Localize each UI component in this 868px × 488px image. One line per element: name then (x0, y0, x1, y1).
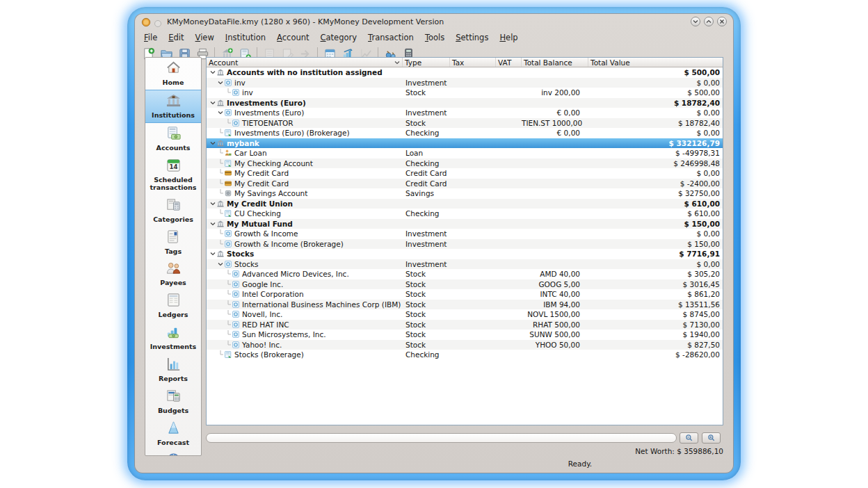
account-row-international-business-machines-corp-ibm[interactable]: International Business Machines Corp (IB… (207, 300, 723, 310)
account-row-tietoenator[interactable]: TIETOENATORStockTIEN.ST 1000,00$ 18782,4… (207, 118, 723, 129)
account-cell: Investments (Euro) (207, 99, 403, 107)
menu-settings[interactable]: Settings (450, 31, 494, 44)
tree-expander-icon[interactable] (217, 80, 224, 86)
sidebar-item-categories[interactable]: Categories (145, 195, 201, 227)
account-row-investments-euro-brokerage[interactable]: Investments (Euro) (Brokerage)Checking€ … (207, 128, 723, 138)
bank-account-icon (216, 250, 225, 258)
account-row-intel-corporation[interactable]: Intel CorporationStockINTC 40,00$ 861,20 (207, 289, 723, 300)
total-value-cell: $ 0,00 (588, 108, 723, 117)
account-row-my-credit-union[interactable]: My Credit Union$ 610,00 (207, 199, 723, 209)
account-row-cu-checking[interactable]: CU CheckingChecking$ 610,00 (207, 209, 723, 219)
tree-branch-line (225, 310, 232, 318)
sidebar-item-payees[interactable]: Payees (145, 258, 201, 290)
account-row-yahoo-inc[interactable]: Yahoo! Inc.StockYHOO 50,00$ 827,50 (207, 340, 723, 350)
column-header-type[interactable]: Type (403, 58, 450, 67)
tree-expander-icon[interactable] (209, 201, 216, 206)
column-header-tax[interactable]: Tax (450, 58, 496, 67)
forecast-icon (166, 420, 182, 439)
checking-account-icon (224, 350, 232, 359)
payees-icon (166, 260, 182, 279)
menu-file[interactable]: File (138, 31, 163, 44)
menu-edit[interactable]: Edit (163, 31, 189, 44)
account-row-sun-microsystems-inc[interactable]: Sun Microsystems, Inc.StockSUNW 500,00$ … (207, 330, 723, 340)
sidebar-item-home[interactable]: Home (145, 58, 201, 90)
reports-icon (166, 356, 182, 375)
savings-account-icon (224, 189, 232, 197)
bank-account-icon (216, 68, 225, 76)
sidebar-item-label: Ledgers (159, 311, 188, 319)
account-row-mybank[interactable]: mybank$ 332126,79 (207, 138, 723, 149)
account-row-my-credit-card[interactable]: My Credit CardCredit Card$ 0,00 (207, 168, 723, 179)
menu-institution[interactable]: Institution (220, 31, 271, 44)
column-header-account[interactable]: Account (207, 58, 403, 67)
total-value-cell: $ 0,00 (588, 129, 723, 137)
account-row-investments-euro[interactable]: Investments (Euro)$ 18782,40 (207, 98, 723, 108)
account-row-stocks[interactable]: StocksInvestment$ 0,00 (207, 259, 723, 270)
account-row-inv[interactable]: invInvestment$ 0,00 (207, 78, 723, 88)
account-row-my-mutual-fund[interactable]: My Mutual Fund$ 150,00 (207, 219, 723, 229)
sidebar-item-accounts[interactable]: Accounts (145, 123, 201, 155)
account-row-car-loan[interactable]: Car LoanLoan$ -49978,31 (207, 148, 723, 158)
close-button[interactable] (717, 17, 727, 26)
sidebar-item-institutions[interactable]: Institutions (145, 90, 201, 123)
sidebar-item-investments[interactable]: Investments (145, 322, 201, 354)
institutions-table: AccountTypeTaxVATTotal BalanceTotal Valu… (206, 57, 723, 425)
tree-expander-icon[interactable] (217, 110, 224, 115)
account-row-investments-euro[interactable]: Investments (Euro)Investment€ 0,00$ 0,00 (207, 108, 723, 118)
tree-branch-line (225, 341, 232, 349)
sidebar-item-ledgers[interactable]: Ledgers (145, 290, 201, 322)
collapse-all-button[interactable] (680, 432, 698, 444)
account-row-google-inc[interactable]: Google Inc.StockGOOG 5,00$ 3016,45 (207, 279, 723, 290)
sidebar-item-label: Payees (160, 279, 186, 287)
account-row-my-savings-account[interactable]: My Savings AccountSavings$ 32750,00 (207, 188, 723, 199)
account-name: mybank (227, 139, 259, 147)
window-menu-icon[interactable] (154, 17, 162, 26)
type-cell: Investment (403, 108, 450, 117)
menu-transaction[interactable]: Transaction (362, 31, 419, 44)
minimize-button[interactable] (691, 17, 700, 26)
account-row-inv[interactable]: invStockinv 200,00$ 500,00 (207, 88, 723, 98)
menu-tools[interactable]: Tools (419, 31, 450, 44)
total-value-cell: $ 0,00 (588, 169, 723, 177)
account-row-growth-income-brokerage[interactable]: Growth & Income (Brokerage)Investment$ 1… (207, 239, 723, 250)
menu-category[interactable]: Category (315, 31, 363, 44)
tree-expander-icon[interactable] (209, 251, 216, 257)
account-row-stocks-brokerage[interactable]: Stocks (Brokerage)Checking$ -28620,00 (207, 350, 723, 360)
tree-expander-icon[interactable] (209, 140, 216, 146)
sidebar-item-forecast[interactable]: Forecast (145, 418, 201, 450)
account-row-my-credit-card[interactable]: My Credit CardCredit Card$ -2400,00 (207, 179, 723, 189)
menu-account[interactable]: Account (271, 31, 314, 44)
filter-progress-bar[interactable] (206, 433, 677, 443)
sidebar-item-budgets[interactable]: Budgets (145, 386, 201, 418)
account-row-stocks[interactable]: Stocks$ 7716,91 (207, 249, 723, 259)
tree-expander-icon[interactable] (209, 70, 216, 75)
tree-expander-icon[interactable] (209, 100, 216, 106)
account-row-red-hat-inc[interactable]: RED HAT INCStockRHAT 500,00$ 7130,00 (207, 320, 723, 330)
account-row-accounts-with-no-institution-assigned[interactable]: Accounts with no institution assigned$ 5… (207, 67, 723, 78)
expand-all-button[interactable] (702, 432, 721, 444)
account-name: Stocks (227, 250, 254, 258)
titlebar[interactable]: KMyMoneyDataFile.kmy (1280 x 960) - KMyM… (134, 13, 734, 30)
column-header-label: Total Balance (524, 58, 572, 67)
sidebar-item-outbox[interactable]: Outbox (145, 450, 201, 456)
column-header-vat[interactable]: VAT (496, 58, 522, 67)
stock-account-icon (232, 300, 240, 309)
total-value-cell: $ -28620,00 (588, 350, 723, 359)
tree-expander-icon[interactable] (209, 221, 216, 227)
stock-account-icon (232, 330, 240, 339)
menu-help[interactable]: Help (494, 31, 523, 44)
account-cell: Growth & Income (Brokerage) (207, 240, 403, 248)
account-row-advanced-micro-devices-inc[interactable]: Advanced Micro Devices, Inc.StockAMD 40,… (207, 269, 723, 279)
sidebar-item-reports[interactable]: Reports (145, 354, 201, 386)
column-header-total-value[interactable]: Total Value (588, 58, 723, 67)
tree-expander-icon[interactable] (217, 261, 224, 267)
menu-view[interactable]: View (190, 31, 220, 44)
sidebar-item-scheduled-transactions[interactable]: 14Scheduled transactions (145, 155, 201, 195)
account-row-my-checking-account[interactable]: My Checking AccountChecking$ 246998,48 (207, 158, 723, 169)
account-row-novell-inc[interactable]: Novell, Inc.StockNOVL 1500,00$ 8745,00 (207, 309, 723, 320)
sidebar-item-tags[interactable]: Tags (145, 227, 201, 259)
account-name: My Checking Account (234, 159, 313, 168)
maximize-button[interactable] (704, 17, 714, 26)
account-row-growth-income[interactable]: Growth & IncomeInvestment$ 0,00 (207, 229, 723, 239)
column-header-total-balance[interactable]: Total Balance (522, 58, 588, 67)
